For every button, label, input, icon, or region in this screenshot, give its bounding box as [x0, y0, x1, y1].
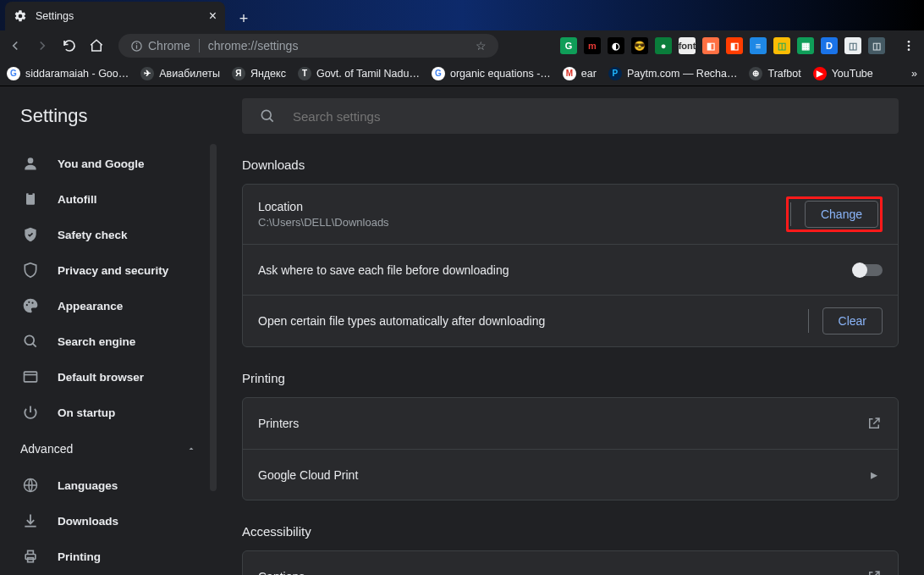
clear-button[interactable]: Clear	[822, 307, 883, 334]
location-path: C:\Users\DELL\Downloads	[258, 216, 786, 229]
extension-icon[interactable]: ◫	[773, 37, 790, 54]
gcp-label: Google Cloud Print	[258, 468, 866, 482]
extension-icon[interactable]: G	[560, 37, 577, 54]
bookmark-item[interactable]: ЯЯндекс	[232, 67, 286, 80]
settings-search-bar[interactable]	[242, 98, 899, 134]
favicon: G	[7, 67, 20, 80]
home-button[interactable]	[88, 37, 105, 54]
extension-icon[interactable]: font	[679, 37, 696, 54]
svg-point-5	[908, 48, 910, 51]
bookmark-item[interactable]: PPaytm.com — Recha…	[608, 67, 738, 80]
external-link-icon	[866, 415, 883, 432]
new-tab-button[interactable]: +	[232, 7, 256, 30]
svg-point-4	[908, 45, 910, 47]
captions-row[interactable]: Captions	[243, 551, 898, 575]
sidebar-item-label: Printing	[58, 550, 101, 563]
bookmark-label: Авиабилеты	[159, 68, 220, 80]
chevron-up-icon	[186, 444, 196, 454]
extension-icon[interactable]: ≡	[750, 37, 767, 54]
menu-button[interactable]	[900, 37, 917, 54]
back-button[interactable]	[7, 37, 24, 54]
svg-point-6	[28, 158, 34, 163]
bookmark-item[interactable]: ✈Авиабилеты	[140, 67, 220, 80]
extension-icon[interactable]: 😎	[631, 37, 648, 54]
extension-icon[interactable]: ◐	[608, 37, 624, 54]
divider	[790, 202, 791, 226]
sidebar-item-label: Search engine	[58, 335, 135, 348]
globe-icon	[22, 477, 39, 494]
settings-sidebar: Settings You and GoogleAutofillSafety ch…	[0, 86, 217, 575]
printers-row[interactable]: Printers	[243, 398, 898, 449]
extension-icon[interactable]: ◧	[726, 37, 743, 54]
extension-icon[interactable]: ◫	[868, 37, 885, 54]
settings-content: Settings You and GoogleAutofillSafety ch…	[0, 86, 924, 575]
external-link-icon	[866, 568, 883, 575]
extension-icon[interactable]: ●	[655, 37, 672, 54]
bookmark-item[interactable]: Gorganic equations -…	[432, 67, 551, 80]
bookmark-item[interactable]: TGovt. of Tamil Nadu…	[298, 67, 420, 80]
bookmark-item[interactable]: Mear	[563, 67, 597, 80]
sidebar-item-search-engine[interactable]: Search engine	[0, 323, 217, 359]
location-label: Location	[258, 200, 786, 213]
bookmarks-bar: Gsiddaramaiah - Goo…✈АвиабилетыЯЯндексTG…	[0, 61, 924, 86]
reload-button[interactable]	[61, 37, 78, 54]
svg-line-20	[270, 119, 273, 122]
sidebar-item-label: Autofill	[58, 193, 97, 206]
sidebar-item-you-and-google[interactable]: You and Google	[0, 146, 217, 181]
page-title: Settings	[0, 97, 217, 146]
tab-strip: Settings × +	[0, 0, 924, 30]
ask-before-download-row: Ask where to save each file before downl…	[243, 244, 898, 295]
sidebar-item-appearance[interactable]: Appearance	[0, 288, 217, 323]
change-button[interactable]: Change	[805, 201, 878, 228]
power-icon	[22, 404, 39, 421]
site-info-icon[interactable]: Chrome	[130, 39, 190, 53]
extension-icon[interactable]: D	[821, 37, 838, 54]
extension-icon[interactable]: ◧	[702, 37, 719, 54]
scrollbar-thumb[interactable]	[210, 144, 217, 491]
sidebar-item-label: Safety check	[58, 229, 128, 241]
extension-icon[interactable]: ◫	[844, 37, 861, 54]
sidebar-item-downloads[interactable]: Downloads	[0, 503, 217, 539]
sidebar-item-languages[interactable]: Languages	[0, 467, 217, 503]
sidebar-item-on-startup[interactable]: On startup	[0, 395, 217, 430]
section-title-downloads: Downloads	[242, 158, 899, 172]
bookmark-label: Trafbot	[767, 68, 800, 80]
favicon: ⊕	[749, 67, 762, 80]
close-icon[interactable]: ×	[209, 8, 217, 24]
browser-toolbar: Chrome chrome://settings ☆ Gm◐😎●font◧◧≡◫…	[0, 30, 924, 61]
security-label: Chrome	[148, 39, 190, 53]
bookmark-item[interactable]: ▶YouTube	[813, 67, 873, 80]
sidebar-item-printing[interactable]: Printing	[0, 539, 217, 574]
svg-rect-8	[29, 192, 33, 195]
svg-rect-14	[25, 372, 37, 382]
sidebar-item-privacy-and-security[interactable]: Privacy and security	[0, 252, 217, 288]
extension-icon[interactable]: m	[584, 37, 601, 54]
downloads-card: Location C:\Users\DELL\Downloads Change …	[242, 184, 899, 347]
bookmarks-overflow-button[interactable]: »	[911, 68, 917, 80]
address-bar[interactable]: Chrome chrome://settings ☆	[118, 34, 498, 58]
browser-icon	[22, 368, 39, 385]
chevron-right-icon: ▸	[866, 467, 883, 484]
captions-label: Captions	[258, 570, 866, 575]
forward-button[interactable]	[34, 37, 51, 54]
favicon: T	[298, 67, 311, 80]
sidebar-item-default-browser[interactable]: Default browser	[0, 359, 217, 395]
sidebar-item-safety-check[interactable]: Safety check	[0, 217, 217, 252]
svg-rect-18	[28, 558, 34, 562]
bookmark-label: YouTube	[832, 68, 873, 80]
download-location-row: Location C:\Users\DELL\Downloads Change	[243, 185, 898, 244]
extension-icon[interactable]: ▦	[797, 37, 814, 54]
browser-tab-settings[interactable]: Settings ×	[5, 2, 225, 30]
auto-open-row: Open certain file types automatically af…	[243, 295, 898, 346]
bookmark-item[interactable]: ⊕Trafbot	[749, 67, 800, 80]
bookmark-star-icon[interactable]: ☆	[476, 39, 487, 53]
google-cloud-print-row[interactable]: Google Cloud Print ▸	[243, 449, 898, 500]
sidebar-section-advanced[interactable]: Advanced	[0, 430, 217, 467]
bookmark-item[interactable]: Gsiddaramaiah - Goo…	[7, 67, 129, 80]
sidebar-item-label: Appearance	[58, 300, 123, 312]
sidebar-item-label: Default browser	[58, 371, 144, 384]
ask-toggle[interactable]	[854, 264, 883, 276]
download-icon	[22, 512, 39, 529]
sidebar-item-autofill[interactable]: Autofill	[0, 181, 217, 217]
search-input[interactable]	[293, 109, 882, 124]
